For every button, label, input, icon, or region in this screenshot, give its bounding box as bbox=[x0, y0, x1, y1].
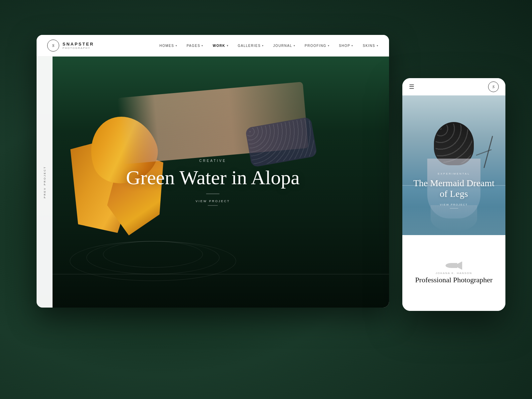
nav-links: HOMES ▾ PAGES ▾ WORK ▾ GALLERIES ▾ JOURN… bbox=[159, 44, 378, 48]
hamburger-icon[interactable]: ☰ bbox=[409, 83, 414, 90]
fish-tail-icon bbox=[446, 261, 462, 270]
nav-skins[interactable]: SKINS ▾ bbox=[363, 44, 378, 48]
laptop-mockup: S SNAPSTER PHOTOGRAPHY HOMES ▾ PAGES ▾ W… bbox=[37, 35, 389, 308]
laptop-nav: S SNAPSTER PHOTOGRAPHY HOMES ▾ PAGES ▾ W… bbox=[37, 35, 389, 57]
logo-sub: PHOTOGRAPHY bbox=[63, 47, 94, 50]
mobile-reflection bbox=[431, 205, 477, 232]
nav-work[interactable]: WORK ▾ bbox=[213, 44, 228, 48]
nav-pages[interactable]: PAGES ▾ bbox=[187, 44, 203, 48]
mobile-logo-circle: S bbox=[488, 81, 499, 92]
nav-proofing[interactable]: PROOFING ▾ bbox=[305, 44, 330, 48]
mobile-cta-line bbox=[450, 208, 458, 208]
hero-category: CREATIVE bbox=[126, 159, 300, 162]
hero-text-area: CREATIVE Green Water in Alopa VIEW PROJE… bbox=[126, 159, 300, 205]
mobile-hero: EXPERIMENTAL The Mermaid Dreamt of Legs … bbox=[402, 95, 505, 235]
cta-underline bbox=[208, 205, 218, 205]
mobile-hero-text: EXPERIMENTAL The Mermaid Dreamt of Legs … bbox=[402, 172, 505, 208]
prev-project-bar[interactable]: PREV PROJECT bbox=[37, 57, 53, 308]
hero-title: Green Water in Alopa bbox=[126, 166, 300, 188]
mobile-rope bbox=[469, 135, 495, 175]
mobile-cta-button[interactable]: VIEW PROJECT bbox=[402, 203, 505, 206]
mobile-bottom: JOHANA K. HANSON Professional Photograph… bbox=[402, 235, 505, 311]
water-ripple-3 bbox=[70, 241, 236, 281]
laptop-hero: PREV PROJECT CREATIVE Green Water in Alo… bbox=[37, 57, 389, 308]
chevron-icon: ▾ bbox=[176, 44, 178, 47]
nav-galleries[interactable]: GALLERIES ▾ bbox=[238, 44, 264, 48]
chevron-icon: ▾ bbox=[377, 44, 379, 47]
nav-shop[interactable]: SHOP ▾ bbox=[339, 44, 353, 48]
chevron-icon: ▾ bbox=[351, 44, 353, 47]
logo-text: SNAPSTER PHOTOGRAPHY bbox=[63, 42, 94, 50]
hero-bottom-line bbox=[53, 274, 389, 274]
hero-divider bbox=[206, 194, 219, 194]
mobile-nav: ☰ S bbox=[402, 78, 505, 95]
mobile-logo-letter: S bbox=[492, 84, 494, 89]
mobile-mockup: ☰ S EXPERIMENTAL The Mermaid Dreamt of L… bbox=[402, 78, 505, 311]
mobile-title: The Mermaid Dreamt of Legs bbox=[402, 178, 505, 199]
hero-cta-button[interactable]: VIEW PROJECT bbox=[126, 199, 300, 202]
prev-project-label: PREV PROJECT bbox=[43, 166, 46, 198]
chevron-icon: ▾ bbox=[294, 44, 296, 47]
chevron-icon: ▾ bbox=[262, 44, 264, 47]
photographer-label: JOHANA K. HANSON bbox=[436, 272, 472, 275]
photographer-title: Professional Photographer bbox=[415, 276, 493, 284]
chevron-icon: ▾ bbox=[227, 44, 229, 47]
chevron-icon: ▾ bbox=[201, 44, 203, 47]
logo-letter: S bbox=[52, 43, 55, 48]
chevron-icon: ▾ bbox=[328, 44, 330, 47]
nav-journal[interactable]: JOURNAL ▾ bbox=[273, 44, 296, 48]
scene: S SNAPSTER PHOTOGRAPHY HOMES ▾ PAGES ▾ W… bbox=[27, 25, 505, 374]
mobile-category: EXPERIMENTAL bbox=[402, 172, 505, 175]
logo-name: SNAPSTER bbox=[63, 42, 94, 47]
nav-homes[interactable]: HOMES ▾ bbox=[159, 44, 177, 48]
logo-circle: S bbox=[47, 40, 59, 52]
